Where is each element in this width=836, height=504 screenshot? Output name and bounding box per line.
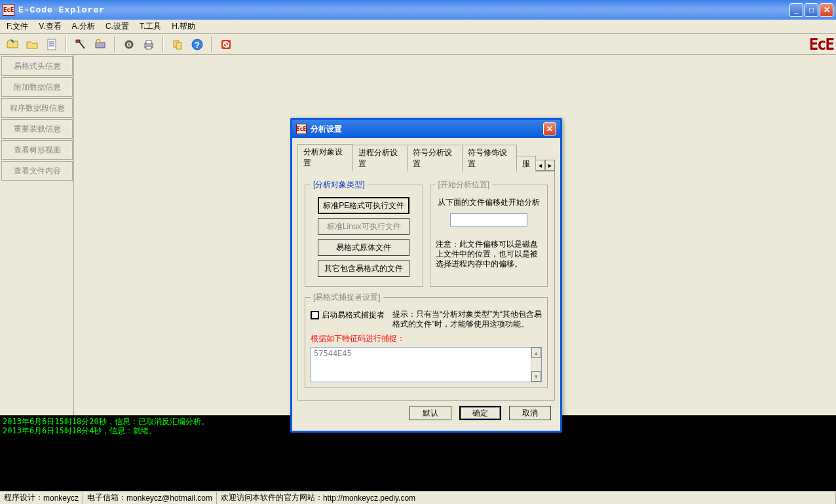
cancel-button[interactable]: 取消	[509, 406, 551, 420]
group-catcher: [易格式捕捉者设置] 启动易格式捕捉者 提示：只有当“分析对象类型”为“其他包含…	[305, 292, 548, 388]
sidebar-item-label: 附加数据信息	[14, 82, 61, 93]
menu-tools[interactable]: T.工具	[136, 20, 165, 33]
tab-process-settings[interactable]: 进程分析设置	[352, 145, 408, 171]
sidebar-item-label: 重要装载信息	[14, 124, 61, 135]
toolbar: ? EcE	[0, 34, 836, 55]
group-legend: [分析对象类型]	[311, 179, 368, 190]
default-button[interactable]: 默认	[409, 406, 451, 420]
title-bar: EcE E-Code Explorer _ □ ✕	[0, 0, 836, 20]
svg-point-6	[81, 40, 84, 43]
type-eorig-button[interactable]: 易格式原体文件	[318, 239, 409, 256]
sidebar-item-file-content[interactable]: 查看文件内容	[1, 161, 73, 181]
app-logo: EcE	[809, 35, 833, 54]
hammer-icon[interactable]	[72, 36, 89, 53]
svg-rect-12	[146, 41, 151, 44]
menu-help[interactable]: H.帮助	[168, 20, 199, 33]
svg-rect-15	[176, 43, 181, 49]
menu-view[interactable]: V.查看	[35, 20, 65, 33]
tab-panel: [分析对象类型] 标准PE格式可执行文件 标准Linux可执行文件 易格式原体文…	[297, 171, 555, 401]
menu-analyze[interactable]: A.分析	[68, 20, 99, 33]
svg-rect-13	[146, 46, 151, 49]
scrollbar[interactable]: ▲ ▼	[531, 348, 541, 382]
menu-file[interactable]: F.文件	[3, 20, 32, 33]
group-legend: [易格式捕捉者设置]	[311, 292, 383, 303]
sidebar-item-label: 查看树形视图	[14, 145, 61, 156]
sidebar-item-label: 易格式头信息	[14, 61, 61, 72]
sidebar-item-load-info[interactable]: 重要装载信息	[1, 119, 73, 139]
minimize-button[interactable]: _	[789, 3, 803, 17]
sidebar: 易格式头信息 附加数据信息 程序数据段信息 重要装载信息 查看树形视图 查看文件…	[0, 55, 74, 415]
type-pe-button[interactable]: 标准PE格式可执行文件	[318, 197, 409, 214]
gear-icon[interactable]	[121, 36, 138, 53]
sidebar-item-extra-data[interactable]: 附加数据信息	[1, 77, 73, 97]
close-button[interactable]: ✕	[820, 3, 833, 17]
ok-button[interactable]: 确定	[459, 406, 501, 420]
menu-settings[interactable]: C.设置	[102, 20, 133, 33]
tab-scroll-right-icon[interactable]: ►	[545, 160, 555, 171]
svg-rect-7	[96, 43, 105, 48]
svg-point-8	[96, 39, 100, 43]
status-designer: 程序设计：monkeycz	[0, 492, 83, 504]
dialog-title: 分析设置	[311, 124, 342, 135]
signature-label: 根据如下特征码进行捕捉：	[311, 333, 542, 344]
dialog-app-icon: EcE	[296, 124, 307, 134]
status-bar: 程序设计：monkeycz 电子信箱：monkeycz@hotmail.com …	[0, 491, 836, 504]
checkbox-icon	[311, 311, 319, 319]
tab-symbol-decor[interactable]: 符号修饰设置	[462, 145, 518, 171]
sidebar-item-label: 查看文件内容	[14, 166, 61, 177]
analysis-settings-dialog: EcE 分析设置 ✕ 分析对象设置 进程分析设置 符号分析设置 符号修饰设置 服…	[290, 118, 562, 433]
status-email: 电子信箱：monkeycz@hotmail.com	[83, 492, 217, 504]
copy-icon[interactable]	[169, 36, 186, 53]
signature-input[interactable]: 57544E45 ▲ ▼	[311, 347, 542, 382]
sidebar-item-label: 程序数据段信息	[10, 103, 65, 114]
svg-rect-0	[48, 39, 56, 50]
catcher-hint: 提示：只有当“分析对象类型”为“其他包含易格式的文件”时，才能够使用这项功能。	[392, 310, 542, 329]
maximize-button[interactable]: □	[805, 3, 818, 17]
menu-bar: F.文件 V.查看 A.分析 C.设置 T.工具 H.帮助	[0, 20, 836, 34]
status-website: 欢迎访问本软件的官方网站：http://monkeycz.pediy.com	[217, 492, 836, 504]
signature-value: 57544E45	[314, 349, 352, 358]
dialog-close-button[interactable]: ✕	[543, 122, 556, 135]
scroll-up-icon[interactable]: ▲	[531, 348, 541, 358]
group-target-type: [分析对象类型] 标准PE格式可执行文件 标准Linux可执行文件 易格式原体文…	[305, 179, 423, 287]
tab-scroll-left-icon[interactable]: ◄	[535, 160, 545, 171]
app-icon: EcE	[3, 4, 14, 16]
offset-label: 从下面的文件偏移处开始分析	[436, 197, 542, 208]
window-title: E-Code Explorer	[18, 5, 789, 15]
dialog-title-bar[interactable]: EcE 分析设置 ✕	[292, 120, 560, 138]
document-icon[interactable]	[43, 36, 60, 53]
type-other-button[interactable]: 其它包含易格式的文件	[318, 260, 409, 277]
tab-more[interactable]: 服	[516, 156, 536, 171]
group-start-position: [开始分析位置] 从下面的文件偏移处开始分析 注意：此文件偏移可以是磁盘上文件中…	[430, 179, 548, 287]
offset-input[interactable]	[450, 213, 527, 226]
sidebar-item-data-section[interactable]: 程序数据段信息	[1, 98, 73, 118]
type-linux-button: 标准Linux可执行文件	[318, 218, 409, 235]
sidebar-item-header-info[interactable]: 易格式头信息	[1, 56, 73, 76]
svg-point-10	[128, 43, 130, 46]
dialog-tabs: 分析对象设置 进程分析设置 符号分析设置 符号修饰设置 服 ◄ ►	[297, 143, 555, 171]
checkbox-label: 启动易格式捕捉者	[322, 310, 385, 321]
tab-target-settings[interactable]: 分析对象设置	[297, 144, 353, 171]
offset-note: 注意：此文件偏移可以是磁盘上文件中的位置，也可以是被选择进程内存中的偏移。	[436, 240, 542, 269]
help-icon[interactable]: ?	[189, 36, 206, 53]
open-folder-icon[interactable]	[24, 36, 41, 53]
scroll-down-icon[interactable]: ▼	[531, 371, 541, 382]
print-icon[interactable]	[140, 36, 157, 53]
open-file-icon[interactable]	[4, 36, 21, 53]
stop-icon[interactable]	[218, 36, 235, 53]
svg-line-5	[79, 42, 85, 48]
svg-text:?: ?	[195, 40, 200, 50]
sidebar-item-tree-view[interactable]: 查看树形视图	[1, 140, 73, 160]
module-icon[interactable]	[92, 36, 109, 53]
enable-catcher-checkbox[interactable]: 启动易格式捕捉者	[311, 310, 385, 321]
group-legend: [开始分析位置]	[436, 179, 493, 190]
tab-symbol-settings[interactable]: 符号分析设置	[407, 145, 463, 171]
